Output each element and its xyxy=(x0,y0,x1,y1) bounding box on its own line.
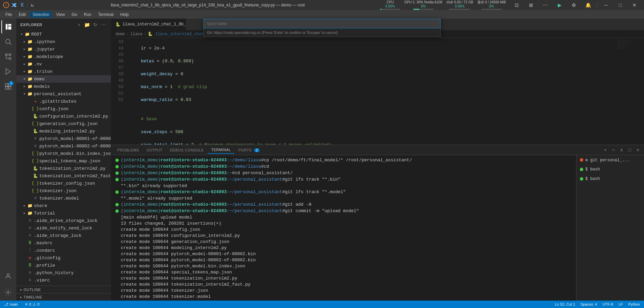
tree-item-models[interactable]: ▸ 📁 models xyxy=(16,83,111,90)
code-editor[interactable]: 43 44 45 46 47 48 49 50 51 52 lr = 2e-4 … xyxy=(111,38,644,145)
tree-item-demo[interactable]: ▾ 📁 demo xyxy=(16,75,111,83)
menu-go[interactable]: Go xyxy=(69,12,80,18)
tree-item-config-py[interactable]: ▸ 🐍 configuration_internlm2.py xyxy=(16,112,111,120)
tab-output[interactable]: OUTPUT xyxy=(143,147,166,153)
special-tokens-label: special_tokens_map.json xyxy=(39,159,100,164)
rs-item-bash1[interactable]: $ bash xyxy=(576,165,644,174)
menu-selection[interactable]: Selection xyxy=(30,12,52,18)
settings-btn[interactable]: ⚙ xyxy=(567,0,581,10)
tree-item-python-history[interactable]: ▸ ≡ .python_history xyxy=(16,269,111,276)
refresh-sidebar-btn[interactable]: ↻ xyxy=(92,21,99,28)
maximize-btn[interactable]: □ xyxy=(613,0,627,10)
more-actions-btn[interactable]: ⋯ xyxy=(610,147,617,153)
rs-item-bash2[interactable]: $ bash xyxy=(576,174,644,184)
tree-item-modeling[interactable]: ▸ 🐍 modeling_internlm2.py xyxy=(16,127,111,135)
tree-item-nv[interactable]: ▸ 📁 .nv xyxy=(16,60,111,68)
aide-drive-icon: ≡ xyxy=(27,218,33,223)
activity-settings[interactable] xyxy=(1,286,15,299)
status-language[interactable]: Python xyxy=(627,302,641,306)
collapse-all-btn[interactable]: ⋯ xyxy=(100,21,107,28)
tree-item-gitconfig[interactable]: ▸ ⚙ .gitconfig xyxy=(16,254,111,262)
tab-problems[interactable]: PROBLEMS xyxy=(114,147,143,153)
tree-item-tok-py[interactable]: ▸ 🐍 tokenization_internlm2.py xyxy=(16,165,111,172)
minimize-btn[interactable]: ─ xyxy=(599,0,613,10)
tab-terminal[interactable]: TERMINAL xyxy=(208,146,234,154)
notification-btn[interactable]: 🔔 xyxy=(581,0,595,10)
tree-item-tok-fast-py[interactable]: ▸ 🐍 tokenization_internlm2_fast.py xyxy=(16,172,111,180)
new-file-btn[interactable]: + xyxy=(76,21,82,28)
activity-extensions[interactable]: 1 xyxy=(1,80,15,93)
custom-btn[interactable]: ⋯ xyxy=(538,0,552,10)
close-panel-btn[interactable]: ✕ xyxy=(634,147,641,153)
new-folder-btn[interactable]: 📁 xyxy=(84,21,91,28)
term-line-5: (internlm_demo) root@intern-studio-02489… xyxy=(115,189,572,195)
explorer-icon[interactable]: E xyxy=(19,2,26,8)
tree-item-jupyter[interactable]: ▸ 📁 .jupyter xyxy=(16,45,111,53)
tree-item-condarc[interactable]: ▸ ! .condarc xyxy=(16,247,111,254)
code-content[interactable]: lr = 2e-4 betas = (0.9, 0.999) weight_de… xyxy=(128,38,617,145)
tree-item-config-json[interactable]: ▸ { } config.json xyxy=(16,105,111,112)
split-btn[interactable]: ⊞ xyxy=(524,0,538,10)
tree-item-tok-config[interactable]: ▸ { } tokenizer_config.json xyxy=(16,180,111,187)
tree-item-ipython[interactable]: ▸ 📁 .ipython xyxy=(16,38,111,45)
tree-item-tok-model[interactable]: ▸ ≡ tokenizer.model xyxy=(16,194,111,202)
run-btn[interactable]: ▶ xyxy=(553,0,566,10)
tree-item-aide-notify[interactable]: ▸ ≡ .aide_notify_send_lock xyxy=(16,224,111,232)
tree-item-tutorial[interactable]: ▸ 📁 Tutorial xyxy=(16,209,111,217)
activity-accounts[interactable] xyxy=(1,269,15,283)
config-py-label: configuration_internlm2.py xyxy=(39,114,108,119)
status-errors[interactable]: ✕ 0 ⚠ 0 xyxy=(23,302,41,307)
tree-item-pt-index[interactable]: ▸ { } pytorch_model.bin.index.json xyxy=(16,150,111,157)
tab-debug[interactable]: DEBUG CONSOLE xyxy=(167,147,207,153)
status-line-ending[interactable]: LF xyxy=(617,302,624,306)
close-btn[interactable]: ✕ xyxy=(628,0,641,10)
activity-debug[interactable] xyxy=(1,65,15,78)
activity-explorer[interactable] xyxy=(1,20,15,34)
status-spaces[interactable]: Spaces: 4 xyxy=(579,302,599,306)
tree-item-personal-assistant[interactable]: ▾ 📁 personal_assistant xyxy=(16,90,111,98)
active-tab[interactable]: 🐍 llava_internlm2_chat_1_8b_qlora_clip_v… xyxy=(111,19,186,30)
tree-item-profile[interactable]: ▸ $ .profile xyxy=(16,262,111,269)
activity-git[interactable] xyxy=(1,50,15,63)
tree-item-pt2[interactable]: ▸ ≡ pytorch_model-00002-of-00002.bin xyxy=(16,142,111,150)
rs-item-git[interactable]: ⚙ git personal_... xyxy=(576,155,644,165)
activity-search[interactable] xyxy=(1,35,15,48)
vscode-icon[interactable] xyxy=(11,2,18,8)
menu-edit[interactable]: Edit xyxy=(16,12,29,18)
maximize-panel-btn[interactable]: □ xyxy=(626,147,633,153)
tree-item-modelscope[interactable]: ▸ 📁 .modelscope xyxy=(16,53,111,60)
tree-item-gitattributes[interactable]: ▸ ⬥ .gitattributes xyxy=(16,98,111,105)
status-git-branch[interactable]: ⎇ main xyxy=(3,302,19,307)
tree-item-gen-config[interactable]: ▸ { } generation_config.json xyxy=(16,120,111,127)
menu-help[interactable]: Help xyxy=(118,12,132,18)
tree-item-special-tokens[interactable]: ▸ { } special_tokens_map.json xyxy=(16,157,111,165)
status-encoding[interactable]: UTF-8 xyxy=(601,302,614,306)
refresh-icon[interactable]: ↻ xyxy=(29,2,36,8)
app-logo[interactable]: ⚡ xyxy=(3,2,10,8)
tree-item-vimrc[interactable]: ▸ ≡ .vimrc xyxy=(16,276,111,284)
tree-item-triton[interactable]: ▸ 📁 .triton xyxy=(16,68,111,75)
aide-drive-label: .aide_drive_storage_lock xyxy=(34,218,97,223)
tree-item-aide-drive[interactable]: ▸ ≡ .aide_drive_storage_lock xyxy=(16,217,111,224)
menu-view[interactable]: View xyxy=(53,12,68,18)
tree-item-tok-json[interactable]: ▸ { } tokenizer.json xyxy=(16,187,111,194)
username-input[interactable] xyxy=(204,19,440,28)
tree-item-pt1[interactable]: ▸ ≡ pytorch_model-00001-of-00002.bin xyxy=(16,135,111,142)
menu-run[interactable]: Run xyxy=(81,12,94,18)
tree-item-share[interactable]: ▸ 📁 share xyxy=(16,202,111,209)
collapse-panel-btn[interactable]: ∧ xyxy=(618,147,625,153)
breadcrumb-demo[interactable]: demo xyxy=(115,32,125,37)
add-terminal-btn[interactable]: + xyxy=(602,147,609,153)
menu-terminal[interactable]: Terminal xyxy=(95,12,116,18)
sidebar-outline[interactable]: ▸ OUTLINE xyxy=(16,286,111,293)
sidebar-timeline[interactable]: ▸ TIMELINE xyxy=(16,293,111,301)
menu-file[interactable]: File xyxy=(3,12,15,18)
breadcrumb-llava[interactable]: llava xyxy=(130,32,143,37)
terminal-content[interactable]: (internlm_demo) root@intern-studio-02489… xyxy=(111,155,576,301)
tab-ports[interactable]: PORTS 2 xyxy=(235,147,263,153)
tree-item-bashrc[interactable]: ▸ $ .bashrc xyxy=(16,239,111,247)
tree-root[interactable]: ▾ 📁 ROOT xyxy=(16,30,111,38)
layout-btn[interactable]: ⊡ xyxy=(510,0,524,10)
tree-item-aide-storage[interactable]: ▸ ≡ .aide_storage_lock xyxy=(16,232,111,239)
status-line-col[interactable]: Ln 52, Col 1 xyxy=(553,302,576,306)
